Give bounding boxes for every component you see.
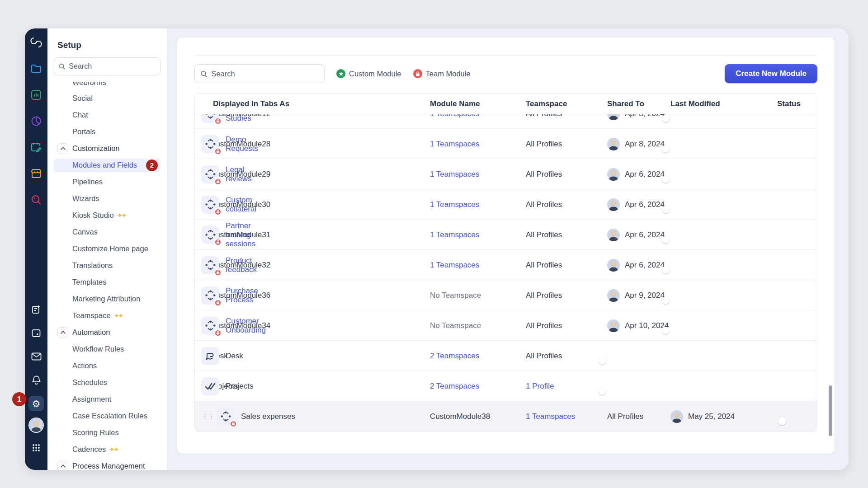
- chevron-up-icon[interactable]: [57, 461, 68, 470]
- sidebar-item-label: Social: [72, 94, 93, 103]
- calendar-icon[interactable]: [28, 325, 44, 341]
- tab-bar: [194, 38, 817, 56]
- sidebar-item-actions[interactable]: Actions ✦✦: [47, 357, 167, 374]
- sidebar-item-scoring-rules[interactable]: Scoring Rules ✦✦: [47, 424, 167, 441]
- sidebar-item-portals[interactable]: Portals ✦✦: [47, 123, 167, 140]
- col-displayed-in-tabs-as: Displayed In Tabs As: [210, 99, 430, 108]
- module-search[interactable]: [194, 64, 325, 83]
- sidebar-item-cadences[interactable]: Cadences ✦✦: [47, 441, 167, 458]
- teamspace-cell[interactable]: 1 Teamspaces: [430, 200, 526, 209]
- sidebar-item-marketing-attribution[interactable]: Marketing Attribution ✦✦: [47, 291, 167, 307]
- reports-chart-icon[interactable]: [28, 87, 44, 103]
- marketplace-store-icon[interactable]: [28, 166, 44, 181]
- sidebar-item-workflow-rules[interactable]: Workflow Rules ✦✦: [47, 341, 167, 357]
- sidebar-search[interactable]: [54, 57, 160, 75]
- sidebar-item-social[interactable]: Social ✦✦: [47, 90, 167, 107]
- table-row[interactable]: ⋮⋮: [195, 220, 817, 250]
- sidebar-item-assignment[interactable]: Assignment ✦✦: [47, 391, 167, 408]
- module-name-cell: CustomModule29: [210, 170, 430, 179]
- chevron-up-icon[interactable]: [57, 327, 68, 338]
- sidebar-item-webforms[interactable]: Webforms ✦✦: [47, 82, 167, 90]
- team-module-lock-badge: [230, 420, 237, 427]
- teamspace-cell[interactable]: 1 Teamspaces: [430, 170, 526, 179]
- compose-note-icon[interactable]: [28, 302, 44, 317]
- module-name-cell: CustomModule30: [210, 200, 430, 209]
- analytics-pie-icon[interactable]: [28, 113, 44, 129]
- teamspace-cell[interactable]: 1 Teamspaces: [430, 230, 526, 239]
- drag-handle-icon[interactable]: ⋮⋮: [195, 415, 210, 418]
- user-avatar[interactable]: [28, 418, 44, 433]
- zia-search-icon[interactable]: [28, 192, 44, 207]
- last-modified-date: May 25, 2024: [688, 412, 735, 421]
- teamspace-cell[interactable]: No Teamspace: [430, 321, 526, 330]
- teamspace-cell[interactable]: 1 Teamspaces: [526, 412, 607, 421]
- col-last-modified: Last Modified: [670, 99, 777, 108]
- sidebar-search-input[interactable]: [69, 62, 156, 70]
- sidebar-item-modules-and-fields[interactable]: Modules and Fields ✦✦ 2: [47, 157, 167, 174]
- sidebar-item-templates[interactable]: Templates ✦✦: [47, 274, 167, 291]
- module-icon: [201, 286, 219, 305]
- vertical-scrollbar[interactable]: [829, 385, 832, 436]
- sidebar-item-chat[interactable]: Chat ✦✦: [47, 107, 167, 123]
- module-search-input[interactable]: [211, 70, 319, 78]
- shared-to-cell: All Profiles: [526, 114, 607, 118]
- sidebar-item-label: Templates: [72, 278, 106, 286]
- teamspace-cell[interactable]: 2 Teamspaces: [430, 352, 526, 361]
- table-row[interactable]: ⋮⋮: [195, 129, 817, 159]
- last-modified-cell: Apr 6, 2024: [607, 168, 670, 181]
- sidebar-item-customize-home-page[interactable]: Customize Home page ✦✦: [47, 240, 167, 257]
- teamspace-cell[interactable]: 1 Teamspaces: [430, 114, 526, 118]
- sidebar-item-label: Customize Home page: [72, 244, 148, 253]
- calendar-edit-icon[interactable]: [28, 140, 44, 155]
- sidebar-item-schedules[interactable]: Schedules ✦✦: [47, 374, 167, 391]
- sidebar-item-automation[interactable]: Automation ✦✦: [47, 324, 167, 341]
- module-display-name[interactable]: Sales expenses: [241, 412, 295, 421]
- sidebar-item-kiosk-studio[interactable]: Kiosk Studio ✦✦: [47, 207, 167, 224]
- mail-icon[interactable]: [28, 349, 44, 364]
- folder-icon[interactable]: [28, 61, 44, 76]
- sidebar-item-pipelines[interactable]: Pipelines ✦✦: [47, 174, 167, 190]
- table-row[interactable]: ⋮⋮: [195, 189, 817, 220]
- sidebar-item-label: Modules and Fields: [72, 161, 137, 169]
- table-row[interactable]: ⋮⋮: [195, 371, 817, 401]
- bell-icon[interactable]: [28, 372, 44, 388]
- last-modified-date: Apr 6, 2024: [625, 170, 665, 179]
- custom-module-glyph: [205, 230, 216, 240]
- table-row[interactable]: ⋮⋮: [195, 280, 817, 310]
- module-type-legend: Custom Module Team Module: [336, 69, 471, 78]
- sidebar-item-label: Schedules: [72, 378, 107, 387]
- sidebar-item-wizards[interactable]: Wizards ✦✦: [47, 190, 167, 207]
- sidebar-item-process-management[interactable]: Process Management ✦✦: [47, 458, 167, 470]
- search-icon: [59, 63, 65, 70]
- last-modified-date: Apr 9, 2024: [625, 291, 665, 300]
- table-row[interactable]: ⋮⋮: [195, 114, 817, 129]
- table-row[interactable]: ⋮⋮: [195, 341, 817, 371]
- table-row[interactable]: ⋮⋮: [195, 401, 817, 432]
- module-icon: [201, 196, 219, 214]
- create-new-module-button[interactable]: Create New Module: [725, 64, 817, 83]
- module-icon: [201, 226, 219, 244]
- sidebar-item-teamspace[interactable]: Teamspace ✦✦: [47, 307, 167, 324]
- teamspace-cell[interactable]: 1 Teamspaces: [430, 261, 526, 270]
- apps-grid-icon[interactable]: [28, 440, 44, 455]
- sidebar-item-translations[interactable]: Translations ✦✦: [47, 257, 167, 274]
- custom-module-glyph: [205, 199, 216, 210]
- teamspace-cell[interactable]: 2 Teamspaces: [430, 382, 526, 391]
- zoho-crm-logo[interactable]: [28, 35, 44, 50]
- sidebar-item-case-escalation-rules[interactable]: Case Escalation Rules ✦✦: [47, 408, 167, 424]
- custom-module-glyph: [205, 139, 216, 149]
- modifier-avatar: [607, 319, 620, 332]
- sidebar-item-customization[interactable]: Customization ✦✦: [47, 140, 167, 157]
- col-shared-to: Shared To: [607, 99, 670, 108]
- table-row[interactable]: ⋮⋮: [195, 310, 817, 341]
- teamspace-cell[interactable]: No Teamspace: [430, 291, 526, 300]
- teamspace-cell[interactable]: 1 Teamspaces: [430, 140, 526, 149]
- chevron-up-icon[interactable]: [57, 143, 68, 154]
- table-row[interactable]: ⋮⋮: [195, 250, 817, 280]
- sidebar-item-canvas[interactable]: Canvas ✦✦: [47, 224, 167, 240]
- table-body: ⋮⋮: [195, 114, 817, 432]
- table-row[interactable]: ⋮⋮: [195, 159, 817, 189]
- settings-gear-icon[interactable]: ⚙: [28, 396, 44, 411]
- team-module-lock-badge: [214, 178, 222, 185]
- legend-team-module: Team Module: [413, 69, 471, 78]
